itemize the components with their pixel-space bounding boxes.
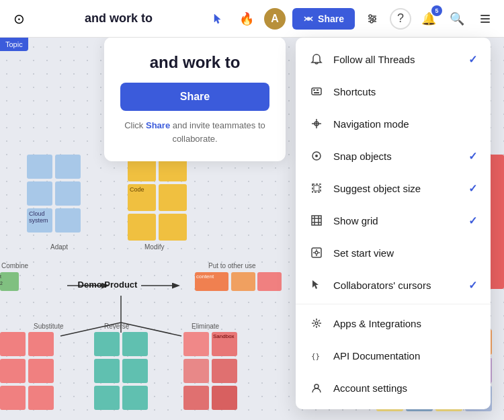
svg-text:Demo Product: Demo Product xyxy=(78,280,138,290)
share-icon xyxy=(303,13,314,24)
sticky-note[interactable] xyxy=(183,332,209,356)
svg-rect-16 xyxy=(480,18,490,19)
cloud-label: Cloud system xyxy=(27,208,52,226)
collaborators-cursors-label: Collaborators' cursors xyxy=(333,280,459,291)
svg-point-13 xyxy=(373,17,376,20)
suggest-size-check: ✓ xyxy=(468,182,477,195)
menu-item-set-start-view[interactable]: Set start view xyxy=(296,237,491,269)
svg-rect-26 xyxy=(314,185,319,191)
sticky-note[interactable] xyxy=(94,332,120,356)
menu-item-account-settings[interactable]: Account settings xyxy=(296,372,491,404)
sticky-note[interactable] xyxy=(94,359,120,383)
sticky-note[interactable] xyxy=(257,272,282,291)
whiteboard-popup: and work to Share Click Share and invite… xyxy=(104,37,286,161)
search-button[interactable]: 🔍 xyxy=(446,8,468,30)
sticky-note[interactable] xyxy=(212,386,237,410)
sticky-note[interactable] xyxy=(27,181,52,206)
sticky-note[interactable] xyxy=(183,386,209,410)
notification-badge-container: ? xyxy=(390,8,411,30)
sliders-button[interactable] xyxy=(362,8,383,30)
svg-point-33 xyxy=(315,251,318,254)
sticky-note[interactable] xyxy=(55,181,81,206)
suggest-size-icon xyxy=(309,181,324,196)
cursor-menu-icon xyxy=(309,278,324,292)
account-icon xyxy=(309,380,324,395)
hint-suffix: and invite teammates to collaborate. xyxy=(172,120,265,144)
menu-item-snap-objects[interactable]: Snap objects ✓ xyxy=(296,140,491,172)
cursor-icon xyxy=(212,13,224,25)
content-label: content xyxy=(195,272,228,281)
toolbar-center: and work to xyxy=(85,11,153,26)
menu-item-shortcuts[interactable]: Shortcuts xyxy=(296,75,491,108)
svg-point-14 xyxy=(370,20,373,23)
collaborators-cursors-check: ✓ xyxy=(468,279,477,292)
topic-tag: Topic xyxy=(0,38,28,51)
sticky-note[interactable] xyxy=(55,155,81,179)
sticky-note[interactable] xyxy=(122,359,148,383)
sticky-note[interactable] xyxy=(122,332,148,356)
api-docs-label: API Documentation xyxy=(333,350,477,362)
fire-button[interactable]: 🔥 xyxy=(236,8,257,30)
menu-item-show-grid[interactable]: Show grid ✓ xyxy=(296,204,491,237)
sticky-note[interactable]: Code xyxy=(128,184,156,211)
sticky-note[interactable] xyxy=(0,386,26,410)
code-label: Code xyxy=(128,184,156,195)
follow-threads-label: Follow all Threads xyxy=(333,54,459,65)
sticky-note[interactable] xyxy=(122,386,148,410)
sticky-note[interactable] xyxy=(231,272,255,291)
content-sticky[interactable]: content xyxy=(195,272,228,291)
shortcuts-label: Shortcuts xyxy=(333,86,477,97)
notification-count: 5 xyxy=(431,5,442,16)
sticky-note[interactable] xyxy=(28,332,54,356)
sticky-note[interactable] xyxy=(28,359,54,383)
menu-item-navigation-mode[interactable]: Navigation mode xyxy=(296,108,491,140)
sliders-icon xyxy=(366,12,379,26)
svg-rect-20 xyxy=(317,89,319,91)
sticky-note[interactable]: Cloud system xyxy=(27,208,52,233)
sticky-note[interactable] xyxy=(55,208,81,233)
logo-icon: ⊙ xyxy=(8,8,30,30)
whiteboard-title: and work to xyxy=(120,53,269,72)
cursor-tool-button[interactable] xyxy=(208,8,229,30)
sticky-note[interactable] xyxy=(159,214,187,241)
whiteboard-share-button[interactable]: Share xyxy=(120,83,269,111)
sticky-note[interactable] xyxy=(159,184,187,211)
menu-item-collaborators-cursors[interactable]: Collaborators' cursors ✓ xyxy=(296,269,491,301)
grid-icon xyxy=(309,213,324,228)
sticky-note[interactable] xyxy=(94,386,120,410)
menu-item-api-docs[interactable]: {} API Documentation xyxy=(296,339,491,372)
snap-objects-label: Snap objects xyxy=(333,151,459,162)
sticky-note[interactable] xyxy=(28,386,54,410)
navigation-mode-label: Navigation mode xyxy=(333,118,477,130)
menu-item-apps-integrations[interactable]: Apps & Integrations xyxy=(296,307,491,339)
sticky-note[interactable] xyxy=(27,155,52,179)
svg-rect-19 xyxy=(313,89,315,91)
start-view-icon xyxy=(309,245,324,260)
sticky-note[interactable] xyxy=(183,359,209,383)
menu-item-follow-threads[interactable]: Follow all Threads ✓ xyxy=(296,43,491,75)
navigation-icon xyxy=(309,116,324,131)
sticky-note[interactable] xyxy=(0,332,26,356)
whiteboard-hint: Click Share and invite teammates to coll… xyxy=(120,119,269,145)
hint-prefix: Click xyxy=(124,120,146,130)
menu-button[interactable] xyxy=(474,8,496,30)
apps-icon xyxy=(309,316,324,331)
help-button[interactable]: ? xyxy=(390,8,411,30)
avatar: A xyxy=(264,8,286,30)
sticky-note[interactable] xyxy=(212,359,237,383)
sticky-note[interactable] xyxy=(0,272,19,291)
svg-rect-17 xyxy=(480,22,490,23)
share-button[interactable]: Share xyxy=(292,8,355,30)
sandbox-sticky[interactable]: Sandbox xyxy=(212,332,237,356)
page-title: and work to xyxy=(85,11,153,26)
sticky-note[interactable] xyxy=(128,214,156,241)
menu-item-suggest-size[interactable]: Suggest object size ✓ xyxy=(296,172,491,204)
svg-point-40 xyxy=(314,384,319,388)
toolbar: ⊙ and work to 🔥 A Share xyxy=(0,0,504,38)
dropdown-menu: Follow all Threads ✓ Shortcuts Navigatio… xyxy=(296,38,491,409)
menu-divider xyxy=(296,304,491,304)
sticky-note[interactable] xyxy=(0,359,26,383)
svg-text:{}: {} xyxy=(311,352,320,361)
bell-container: 🔔 5 xyxy=(418,8,439,30)
snap-objects-check: ✓ xyxy=(468,150,477,163)
